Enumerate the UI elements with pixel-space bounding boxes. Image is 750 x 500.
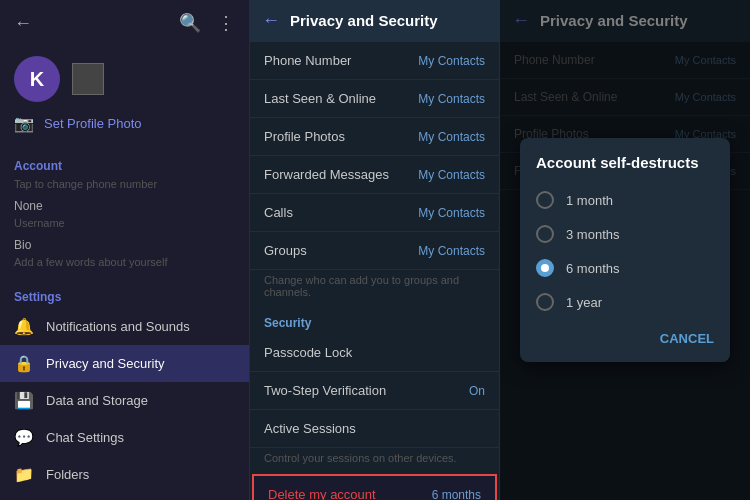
back-icon[interactable]: ← (14, 13, 32, 34)
radio-circle (536, 191, 554, 209)
avatar: K (14, 56, 60, 102)
privacy-item-lastseen[interactable]: Last Seen & Online My Contacts (250, 80, 499, 118)
dialog-overlay: Account self-destructs 1 month 3 months … (500, 0, 750, 500)
folder-icon: 📁 (14, 465, 34, 484)
left-header: ← 🔍 ⋮ (0, 0, 249, 46)
dialog-actions: CANCEL (520, 319, 730, 354)
profile-area: K (0, 46, 249, 108)
radio-label: 1 year (566, 295, 602, 310)
cancel-button[interactable]: CANCEL (660, 327, 714, 350)
set-profile-photo-button[interactable]: 📷 Set Profile Photo (0, 108, 249, 143)
sidebar-item-label: Data and Storage (46, 393, 148, 408)
privacy-item-passcode[interactable]: Passcode Lock (250, 334, 499, 372)
radio-circle-selected (536, 259, 554, 277)
sidebar-item-folders[interactable]: 📁 Folders (0, 456, 249, 493)
settings-section-label: Settings (0, 282, 249, 308)
sidebar-item-devices[interactable]: 📱 Devices (0, 493, 249, 500)
security-section-header: Security (250, 306, 499, 334)
groups-hint: Change who can add you to groups and cha… (250, 270, 499, 306)
radio-option-6months[interactable]: 6 months (520, 251, 730, 285)
radio-circle (536, 293, 554, 311)
delete-account-value: 6 months (432, 488, 481, 501)
back-icon[interactable]: ← (262, 10, 280, 31)
sidebar-item-label: Notifications and Sounds (46, 319, 190, 334)
left-header-icons: 🔍 ⋮ (179, 12, 235, 34)
privacy-item-twostep[interactable]: Two-Step Verification On (250, 372, 499, 410)
radio-inner (541, 264, 549, 272)
sidebar-item-label: Chat Settings (46, 430, 124, 445)
privacy-item-sessions[interactable]: Active Sessions (250, 410, 499, 448)
sidebar-item-notifications[interactable]: 🔔 Notifications and Sounds (0, 308, 249, 345)
radio-label: 3 months (566, 227, 619, 242)
chat-icon: 💬 (14, 428, 34, 447)
phone-hint: Tap to change phone number (0, 177, 249, 196)
search-icon[interactable]: 🔍 (179, 12, 201, 34)
camera-icon: 📷 (14, 114, 34, 133)
sessions-hint: Control your sessions on other devices. (250, 448, 499, 472)
privacy-item-forwarded[interactable]: Forwarded Messages My Contacts (250, 156, 499, 194)
profile-photo-box (72, 63, 104, 95)
dialog-title: Account self-destructs (520, 154, 730, 183)
delete-account-row[interactable]: Delete my account 6 months (252, 474, 497, 500)
left-panel: ← 🔍 ⋮ K 📷 Set Profile Photo Account Tap … (0, 0, 250, 500)
sidebar-item-privacy[interactable]: 🔒 Privacy and Security (0, 345, 249, 382)
more-icon[interactable]: ⋮ (217, 12, 235, 34)
sidebar-item-data[interactable]: 💾 Data and Storage (0, 382, 249, 419)
radio-option-1year[interactable]: 1 year (520, 285, 730, 319)
radio-label: 1 month (566, 193, 613, 208)
privacy-list: Phone Number My Contacts Last Seen & Onl… (250, 42, 499, 500)
middle-panel-title: Privacy and Security (290, 12, 438, 29)
privacy-item-phone[interactable]: Phone Number My Contacts (250, 42, 499, 80)
sidebar-item-label: Privacy and Security (46, 356, 165, 371)
account-section-label: Account (0, 151, 249, 177)
privacy-item-groups[interactable]: Groups My Contacts (250, 232, 499, 270)
right-panel: ← Privacy and Security Phone Number My C… (500, 0, 750, 500)
radio-circle (536, 225, 554, 243)
dialog-box: Account self-destructs 1 month 3 months … (520, 138, 730, 362)
lock-icon: 🔒 (14, 354, 34, 373)
middle-panel: ← Privacy and Security Phone Number My C… (250, 0, 500, 500)
privacy-item-calls[interactable]: Calls My Contacts (250, 194, 499, 232)
radio-option-1month[interactable]: 1 month (520, 183, 730, 217)
radio-label: 6 months (566, 261, 619, 276)
radio-option-3months[interactable]: 3 months (520, 217, 730, 251)
bio-label: Bio (0, 235, 249, 255)
username-hint: Username (0, 216, 249, 235)
bio-hint: Add a few words about yourself (0, 255, 249, 274)
privacy-item-photos[interactable]: Profile Photos My Contacts (250, 118, 499, 156)
sidebar-item-chat[interactable]: 💬 Chat Settings (0, 419, 249, 456)
sidebar-item-label: Folders (46, 467, 89, 482)
storage-icon: 💾 (14, 391, 34, 410)
username-value: None (0, 196, 249, 216)
bell-icon: 🔔 (14, 317, 34, 336)
delete-account-label: Delete my account (268, 487, 376, 500)
middle-header: ← Privacy and Security (250, 0, 499, 42)
